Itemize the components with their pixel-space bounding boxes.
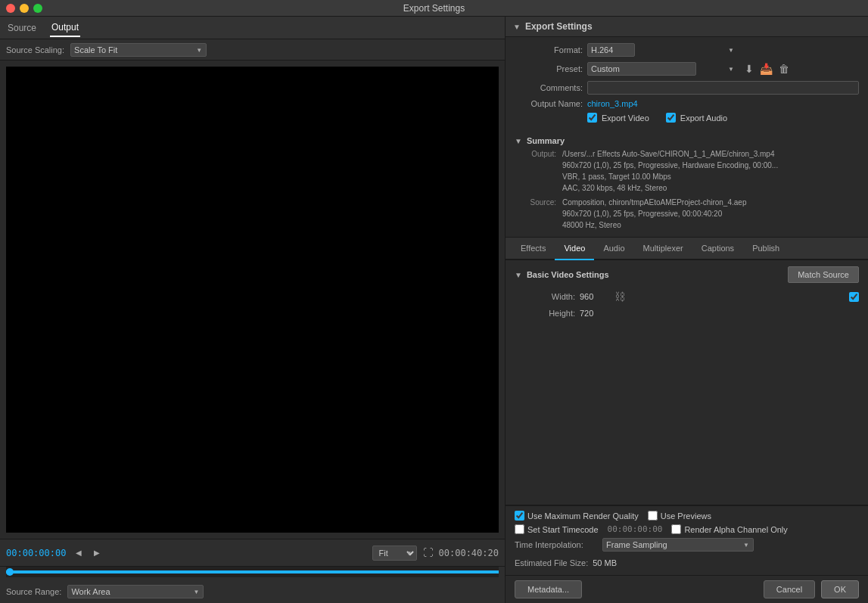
scrubber-track [6,570,499,573]
metadata-button[interactable]: Metadata... [515,580,582,598]
start-timecode-label: Set Start Timecode [515,524,599,534]
window-controls[interactable] [6,4,42,13]
file-size-row: Estimated File Size: 50 MB [515,555,859,570]
title-bar: Export Settings [0,0,868,17]
start-timecode-text: Set Start Timecode [527,525,599,534]
summary-source-key: Source: [515,197,556,231]
width-value: 960 [580,292,610,301]
export-audio-checkbox[interactable] [666,113,676,123]
export-video-checkbox[interactable] [587,113,597,123]
export-settings-title: Export Settings [525,21,593,32]
summary-section: ▼ Summary Output: /Users/...r Effects Au… [506,133,868,238]
audio-tab[interactable]: Audio [594,238,633,260]
render-alpha-text: Render Alpha Channel Only [684,525,787,534]
preset-label: Preset: [515,64,583,73]
export-audio-row: Export Audio [666,113,727,123]
action-buttons: Metadata... Cancel OK [506,575,868,603]
rewind-button[interactable]: ◀ [73,547,85,558]
fit-select[interactable]: Fit 25% 50% 75% 100% [372,545,417,561]
comments-input[interactable] [587,81,859,95]
preset-icons: ⬇ 📥 🗑 [743,61,791,76]
ok-cancel-group: Cancel OK [764,580,859,598]
source-tab[interactable]: Source [6,20,38,36]
scrubber-bar[interactable] [6,567,499,577]
render-controls: Use Maximum Render Quality Use Previews … [506,505,868,575]
export-video-row: Export Video [587,113,649,123]
timecode-row: Set Start Timecode 00:00:00:00 Render Al… [515,524,859,534]
summary-header: ▼ Summary [515,136,859,145]
multiplexer-tab[interactable]: Multiplexer [634,238,692,260]
ok-button[interactable]: OK [821,580,859,598]
link-icon: ⛓ [614,291,625,303]
right-panel: ▼ Export Settings Format: H.264 H.265 Qu… [506,17,868,603]
fullscreen-button[interactable]: ⛶ [423,547,433,558]
preset-row: Preset: Custom Match Source - High bitra… [515,61,859,76]
height-row: Height: 720 [515,309,859,318]
render-alpha-checkbox[interactable] [671,524,681,534]
output-path: /Users/...r Effects Auto-Save/CHIRON_1_1… [562,148,859,160]
file-size-value: 50 MB [593,558,617,567]
use-previews-checkbox[interactable] [648,511,658,521]
output-name-label: Output Name: [515,99,583,108]
format-select[interactable]: H.264 H.265 QuickTime [587,43,635,57]
window-title: Export Settings [403,3,465,14]
use-max-render-checkbox[interactable] [515,511,524,521]
format-row: Format: H.264 H.265 QuickTime [515,43,859,57]
play-button[interactable]: ▶ [91,547,103,558]
main-layout: Source Output Source Scaling: Scale To F… [0,17,868,603]
summary-collapse-arrow[interactable]: ▼ [515,137,522,145]
export-checkbox-row: Export Video Export Audio [515,113,859,123]
effects-tab[interactable]: Effects [512,238,555,260]
interpolation-select[interactable]: Frame Sampling Frame Blending Optical Fl… [602,538,754,552]
source-range-bar: Source Range: Work Area Entire Sequence … [0,580,505,603]
summary-output-val: /Users/...r Effects Auto-Save/CHIRON_1_1… [562,148,859,194]
format-select-wrapper: H.264 H.265 QuickTime [587,43,739,57]
output-name-row: Output Name: chiron_3.mp4 [515,99,859,108]
scrubber-fill [6,570,499,573]
cancel-button[interactable]: Cancel [764,580,815,598]
use-previews-label: Use Previews [648,511,711,521]
source-scaling-label: Source Scaling: [6,45,64,54]
height-label: Height: [515,309,575,318]
publish-tab[interactable]: Publish [743,238,789,260]
preset-delete-button[interactable]: 🗑 [777,61,791,76]
summary-output-row: Output: /Users/...r Effects Auto-Save/CH… [515,148,859,194]
video-settings-section: ▼ Basic Video Settings Match Source Widt… [506,260,868,505]
use-previews-text: Use Previews [661,511,711,521]
transport-bar: 00:00:00:00 ◀ ▶ Fit 25% 50% 75% 100% ⛶ 0… [0,539,505,567]
use-max-render-text: Use Maximum Render Quality [527,511,639,521]
left-panel: Source Output Source Scaling: Scale To F… [0,17,506,603]
preset-save-button[interactable]: ⬇ [743,61,755,76]
preset-select-wrapper: Custom Match Source - High bitrate HD 10… [587,62,739,76]
preset-import-button[interactable]: 📥 [758,61,774,76]
output-name-link[interactable]: chiron_3.mp4 [587,99,638,108]
fit-select-wrapper: Fit 25% 50% 75% 100% [372,545,417,561]
maximize-button[interactable] [33,4,42,13]
source-scaling-select[interactable]: Scale To Fit Scale To Fill Stretch To Fi… [70,43,207,57]
summary-title: Summary [527,136,565,145]
start-timecode-checkbox[interactable] [515,524,524,534]
basic-video-title-text: Basic Video Settings [527,270,609,279]
basic-video-collapse[interactable]: ▼ [515,271,522,279]
scrubber-handle[interactable] [6,568,14,576]
preset-select[interactable]: Custom Match Source - High bitrate HD 10… [587,62,696,76]
summary-source-row: Source: Composition, chiron/tmpAEtoAMEPr… [515,197,859,231]
match-source-button[interactable]: Match Source [788,266,859,283]
use-max-render-label: Use Maximum Render Quality [515,511,639,521]
minimize-button[interactable] [20,4,29,13]
interpolation-row: Time Interpolation: Frame Sampling Frame… [515,538,859,552]
collapse-arrow[interactable]: ▼ [513,23,521,31]
output-tab[interactable]: Output [50,19,80,37]
source-range-select[interactable]: Work Area Entire Sequence Custom [67,585,204,598]
interpolation-label: Time Interpolation: [515,540,598,549]
video-tab[interactable]: Video [555,238,594,260]
close-button[interactable] [6,4,15,13]
settings-tabs: Effects Video Audio Multiplexer Captions… [506,238,868,260]
height-value: 720 [580,309,610,318]
bottom-controls: 00:00:00:00 ◀ ▶ Fit 25% 50% 75% 100% ⛶ 0… [0,539,505,603]
source-range-wrapper: Work Area Entire Sequence Custom [67,585,204,598]
width-checkbox[interactable] [849,292,859,302]
interpolation-select-wrapper: Frame Sampling Frame Blending Optical Fl… [602,538,754,552]
source-details2: 48000 Hz, Stereo [562,219,859,231]
captions-tab[interactable]: Captions [692,238,743,260]
